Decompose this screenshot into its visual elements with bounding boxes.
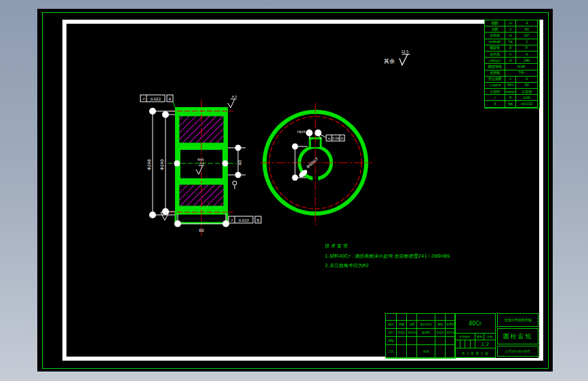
sheet-count: 共 1 张 第 1 张 — [455, 348, 495, 357]
param-label: 齿全高 — [485, 52, 505, 58]
part-name: 圆柱齿轮 — [497, 328, 538, 344]
param-label: 变位系数 — [485, 77, 505, 83]
drawing-number: L-T10-00-005 — [497, 346, 538, 357]
material-value: 40Cr — [455, 314, 495, 334]
param-label: 分度圆直径 — [485, 58, 505, 64]
tech-req-line: 1.材料40Cr，调质表面淬火处理 后齿面硬度241~286HBS — [325, 252, 494, 262]
drawing-border-frame — [62, 20, 543, 361]
param-label: 齿数 — [485, 26, 505, 33]
param-label: 模数 — [485, 20, 505, 26]
organization-name: 北华大学机电学院 — [497, 313, 538, 327]
technical-requirements: 技术要求 1.材料40Cr，调质表面淬火处理 后齿面硬度241~286HBS 2… — [325, 241, 494, 271]
param-label: 齿形检 — [485, 71, 505, 77]
tech-req-line: 2.未注圆角半径为R2 — [325, 261, 494, 271]
title-block-center: 40Cr 阶段标记 重量 比例 1:2 共 1 张 第 1 张 — [455, 313, 496, 358]
scale-label: 比例 — [484, 334, 495, 340]
param-label: 齿形角 — [485, 33, 505, 39]
param-label: 精度等级 — [485, 64, 505, 70]
param-label: 螺旋角 — [485, 45, 505, 52]
param-label: 公差组 — [485, 89, 505, 95]
tech-req-title: 技术要求 — [325, 241, 494, 252]
weight-label: 重量 — [475, 334, 484, 340]
param-label: Ⅱ — [485, 101, 505, 107]
gear-parameter-table: 模数m4 齿数z60 齿形角α20° 齿顶高系数ha1 螺旋角β0° 齿全高h9… — [484, 20, 540, 108]
stage-label: 阶段标记 — [455, 334, 475, 340]
title-block-right: 北华大学机电学院 圆柱齿轮 L-T10-00-005 — [497, 313, 538, 358]
param-label: 齿顶高系数 — [485, 39, 505, 45]
scale-value: 1:2 — [475, 340, 495, 348]
cad-viewer-screen: Φ248 Φ240 40 60 Φ60 6.3 3.2 ↗ 0.022 — [0, 0, 588, 381]
revision-table: 标记处数分区更改文件号签名年月日 设计学安久2015.6标准化学安久2015.6… — [385, 313, 455, 358]
title-block: 标记处数分区更改文件号签名年月日 设计学安久2015.6标准化学安久2015.6… — [385, 313, 538, 358]
param-label: Ⅰ — [485, 95, 505, 101]
param-label: 公法线长度 — [485, 83, 505, 89]
